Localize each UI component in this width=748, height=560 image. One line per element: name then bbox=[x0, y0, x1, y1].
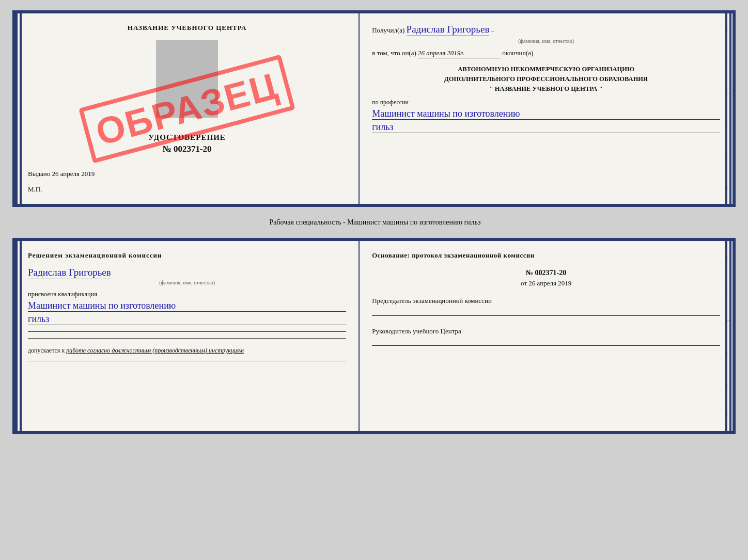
org-line1: АВТОНОМНУЮ НЕКОММЕРЧЕСКУЮ ОРГАНИЗАЦИЮ bbox=[372, 65, 720, 74]
empty-line-1 bbox=[28, 331, 346, 332]
qual-line2: гильз bbox=[28, 314, 346, 325]
protocol-date: от 26 апреля 2019 bbox=[372, 279, 720, 287]
protocol-date-value: 26 апреля 2019 bbox=[528, 279, 571, 287]
empty-line-2 bbox=[28, 338, 346, 339]
protocol-date-prefix: от bbox=[521, 279, 527, 287]
chairman-label: Председатель экзаменационной комиссии bbox=[372, 296, 720, 306]
top-left-title: НАЗВАНИЕ УЧЕБНОГО ЦЕНТРА bbox=[28, 24, 346, 32]
vtom-date: 26 апреля 2019г. bbox=[418, 49, 501, 58]
protocol-number: № 002371-20 bbox=[372, 269, 720, 277]
received-prefix: Получил(а) bbox=[372, 26, 404, 34]
received-line: Получил(а) Радислав Григорьев – bbox=[372, 24, 720, 36]
qual-line1: Машинист машины по изготовлению bbox=[28, 300, 346, 312]
assigned-label: присвоена квалификация bbox=[28, 291, 346, 298]
vtom-line: в том, что он(а) 26 апреля 2019г. окончи… bbox=[372, 49, 720, 58]
rukovoditel-sign-line bbox=[372, 345, 720, 346]
top-fio-sub: (фамилия, имя, отчество) bbox=[372, 38, 720, 44]
допускается-prefix: допускается к bbox=[28, 347, 65, 354]
bottom-person-name: Радислав Григорьев bbox=[28, 267, 111, 279]
top-doc-left: НАЗВАНИЕ УЧЕБНОГО ЦЕНТРА УДОСТОВЕРЕНИЕ №… bbox=[15, 13, 360, 204]
top-doc-right: Получил(а) Радислав Григорьев – (фамилия… bbox=[360, 13, 733, 204]
vtom-prefix: в том, что он(а) bbox=[372, 49, 416, 57]
bottom-right-border-texture bbox=[725, 241, 733, 431]
issued-date: 26 апреля 2019 bbox=[52, 170, 95, 178]
profession-name-line1: Машинист машины по изготовлению bbox=[372, 108, 720, 120]
profession-label: по профессии bbox=[372, 99, 720, 106]
osnov-title: Основание: протокол экзаменационной коми… bbox=[372, 251, 720, 260]
top-document: НАЗВАНИЕ УЧЕБНОГО ЦЕНТРА УДОСТОВЕРЕНИЕ №… bbox=[12, 10, 736, 207]
cert-number: № 002371-20 bbox=[28, 144, 346, 154]
issued-prefix: Выдано bbox=[28, 170, 50, 178]
org-line2: ДОПОЛНИТЕЛЬНОГО ПРОФЕССИОНАЛЬНОГО ОБРАЗО… bbox=[372, 74, 720, 84]
chairman-sign-line bbox=[372, 315, 720, 316]
received-name: Радислав Григорьев bbox=[407, 24, 490, 36]
bottom-fio-sub: (фамилия, имя, отчество) bbox=[28, 280, 346, 285]
specialty-label: Рабочая специальность - Машинист машины … bbox=[267, 218, 480, 227]
org-line3: " НАЗВАНИЕ УЧЕБНОГО ЦЕНТРА " bbox=[372, 84, 720, 94]
rukovoditel-label: Руководитель учебного Центра bbox=[372, 326, 720, 337]
bottom-document: Решением экзаменационной комиссии Радисл… bbox=[12, 238, 736, 434]
vtom-suffix: окончил(а) bbox=[502, 49, 533, 57]
photo-placeholder bbox=[156, 40, 218, 118]
empty-line-3 bbox=[28, 361, 346, 361]
cert-label: УДОСТОВЕРЕНИЕ bbox=[28, 133, 346, 142]
org-block: АВТОНОМНУЮ НЕКОММЕРЧЕСКУЮ ОРГАНИЗАЦИЮ ДО… bbox=[372, 65, 720, 93]
допускается-line: допускается к работе согласно должностны… bbox=[28, 347, 346, 355]
bottom-doc-left: Решением экзаменационной комиссии Радисл… bbox=[15, 241, 360, 431]
допускается-link: работе согласно должностным (производств… bbox=[66, 347, 244, 354]
right-border-texture bbox=[725, 13, 733, 204]
issued-line: Выдано 26 апреля 2019 bbox=[28, 170, 346, 178]
decision-title: Решением экзаменационной комиссии bbox=[28, 251, 346, 260]
bottom-doc-right: Основание: протокол экзаменационной коми… bbox=[360, 241, 733, 431]
profession-name-line2: гильз bbox=[372, 122, 720, 133]
mp-line: М.П. bbox=[28, 185, 346, 194]
